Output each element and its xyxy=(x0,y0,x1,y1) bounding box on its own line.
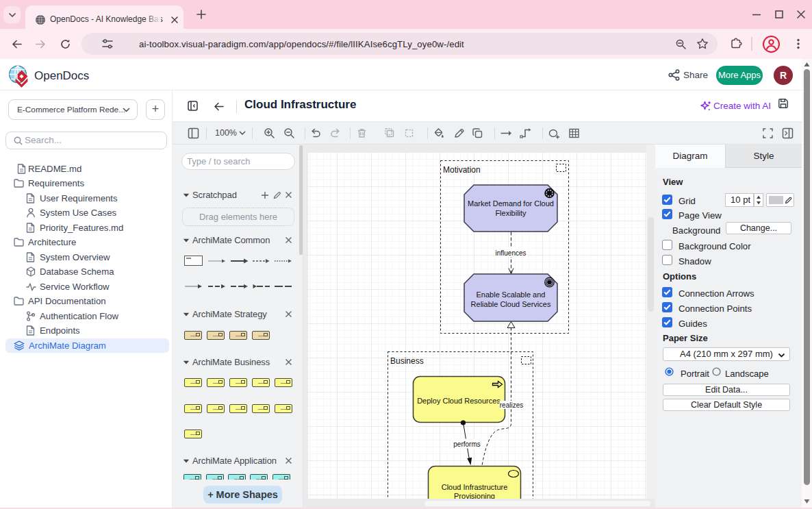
svg-text:performs: performs xyxy=(453,440,480,448)
svg-text:realizes: realizes xyxy=(500,401,523,409)
svg-text:Provisioning: Provisioning xyxy=(454,492,495,499)
svg-text:influences: influences xyxy=(495,249,526,257)
svg-text:Market Demand for Cloud: Market Demand for Cloud xyxy=(468,199,554,208)
svg-text:Business: Business xyxy=(390,356,424,366)
svg-text:Deploy Cloud Resources: Deploy Cloud Resources xyxy=(417,397,500,405)
svg-text:Flexibility: Flexibility xyxy=(495,209,526,217)
svg-text:Motivation: Motivation xyxy=(443,165,481,175)
svg-text:Reliable Cloud Services: Reliable Cloud Services xyxy=(471,300,551,308)
svg-text:Enable Scalable and: Enable Scalable and xyxy=(477,290,546,299)
svg-text:Cloud Infrastructure: Cloud Infrastructure xyxy=(442,483,508,491)
